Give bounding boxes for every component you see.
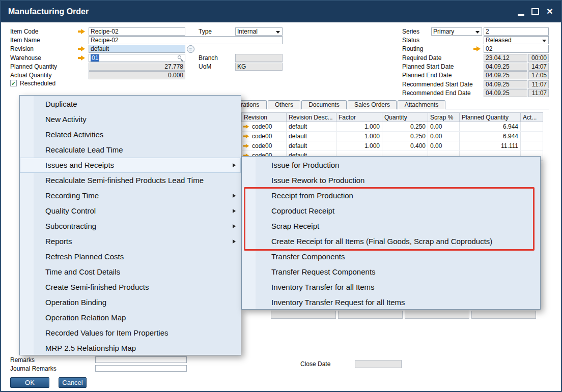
menu-item-recording-time[interactable]: Recording Time [20,188,241,203]
col-header-scrap[interactable]: Scrap % [428,113,460,122]
chevron-down-icon[interactable] [475,31,480,34]
cell-quantity[interactable]: 0.400 [382,141,428,151]
magnifier-icon[interactable] [178,55,183,61]
close-date-field[interactable] [355,360,402,368]
cell-planned-quantity[interactable]: 6.944 [460,132,521,141]
submenu-item-issue-rework-to-production[interactable]: Issue Rework to Production [242,173,540,188]
cell-scrap[interactable]: 0.00 [428,132,460,141]
warehouse-link-arrow-icon[interactable] [78,55,86,61]
cell-factor[interactable]: 1.000 [336,141,382,151]
submenu-item-scrap-receipt[interactable]: Scrap Receipt [242,219,540,234]
minimize-button[interactable] [515,1,527,22]
journal-remarks-field[interactable] [95,365,187,372]
cell-factor[interactable]: 1.000 [336,132,382,141]
required-date-field[interactable]: 23.04.12 [484,54,527,62]
row-link-arrow-icon[interactable] [243,144,249,148]
type-combo[interactable]: Internal [235,27,283,36]
menu-item-refresh-planned-costs[interactable]: Refresh Planned Costs [20,249,241,264]
submenu-item-inventory-transfer-request-for-all-items[interactable]: Inventory Transfer Request for all Items [242,295,540,310]
col-header-quantity[interactable]: Quantity [382,113,428,122]
submenu-item-issue-for-production[interactable]: Issue for Production [242,158,540,173]
recommended-end-time-field[interactable]: 11:07 [528,89,549,97]
cell-act[interactable] [521,122,543,132]
menu-item-recalculate-semi-finished-lead-time[interactable]: Recalculate Semi-finished Products Lead … [20,173,241,188]
cell-act[interactable] [521,132,543,141]
menu-item-related-activities[interactable]: Related Activities [20,127,241,142]
maximize-button[interactable] [529,1,542,22]
row-link-arrow-icon[interactable] [243,125,249,129]
submenu-item-coproduct-receipt[interactable]: Coproduct Receipt [242,203,540,219]
item-code-link-arrow-icon[interactable] [78,29,86,34]
menu-item-new-activity[interactable]: New Activity [20,112,241,127]
cell-scrap[interactable]: 0.00 [428,122,460,132]
col-header-planned-quantity[interactable]: Planned Quantity [460,113,521,122]
col-header-factor[interactable]: Factor [336,113,382,122]
revision-field[interactable]: default [89,45,185,53]
cell-revision-desc[interactable]: default [287,141,336,151]
col-header-revision-desc[interactable]: Revision Desc... [287,113,336,122]
cell-planned-quantity[interactable]: 11.111 [460,141,521,151]
chevron-down-icon[interactable] [542,40,546,42]
remarks-field[interactable] [95,356,187,363]
submenu-item-transfer-components[interactable]: Transfer Components [242,249,540,264]
menu-item-issues-and-receipts[interactable]: Issues and Receipts [20,158,241,173]
menu-item-time-and-cost-details[interactable]: Time and Cost Details [20,264,241,280]
actual-quantity-field[interactable]: 0.000 [89,71,185,79]
cell-quantity[interactable]: 0.250 [382,132,428,141]
cell-revision-desc[interactable]: default [287,122,336,132]
cell-act[interactable] [521,141,543,151]
planned-end-date-field[interactable]: 04.09.25 [484,71,527,79]
menu-item-mrp25-relationship-map[interactable]: MRP 2.5 Relationship Map [20,341,241,356]
routing-field[interactable]: 02 [484,45,549,53]
status-combo[interactable]: Released [484,36,549,44]
submenu-item-create-receipt-for-all-items[interactable]: Create Receipt for all Items (Final Good… [242,234,540,249]
menu-item-recorded-values-item-properties[interactable]: Recorded Values for Item Properties [20,325,241,341]
planned-start-date-field[interactable]: 04.09.25 [484,63,527,71]
cell-factor[interactable]: 1.000 [336,122,382,132]
menu-item-create-semi-finished-products[interactable]: Create Semi-finished Products [20,280,241,295]
warehouse-field[interactable]: 01 [89,54,185,62]
planned-end-time-field[interactable]: 17:05 [528,71,549,79]
cancel-button[interactable]: Cancel [59,377,87,388]
series-number-field[interactable]: 2 [484,27,549,36]
branch-field[interactable] [235,54,283,62]
row-link-arrow-icon[interactable] [243,134,249,138]
planned-start-time-field[interactable]: 14:07 [528,63,549,71]
menu-item-duplicate[interactable]: Duplicate [20,97,241,112]
recommended-start-date-field[interactable]: 04.09.25 [484,80,527,88]
submenu-item-transfer-request-components[interactable]: Transfer Request Components [242,264,540,280]
cell-scrap[interactable]: 0.00 [428,141,460,151]
tab-attachments[interactable]: Attachments [398,100,445,109]
item-name-field[interactable]: Recipe-02 [89,36,283,44]
routing-link-arrow-icon[interactable] [473,46,481,51]
required-time-field[interactable]: 00:00 [528,54,549,62]
tab-others[interactable]: Others [268,100,300,109]
choose-from-list-icon[interactable]: ≡ [187,45,194,53]
revision-link-arrow-icon[interactable] [78,46,86,51]
recommended-start-time-field[interactable]: 11:07 [528,80,549,88]
menu-item-subcontracting[interactable]: Subcontracting [20,219,241,234]
close-button[interactable]: × [544,1,556,22]
item-code-field[interactable]: Recipe-02 [89,27,185,36]
cell-planned-quantity[interactable]: 6.944 [460,122,521,132]
cell-quantity[interactable]: 0.250 [382,122,428,132]
tab-documents[interactable]: Documents [301,100,347,109]
menu-item-reports[interactable]: Reports [20,234,241,249]
recommended-end-date-field[interactable]: 04.09.25 [484,89,527,97]
col-header-act[interactable]: Act... [521,113,543,122]
planned-quantity-field[interactable]: 27.778 [89,63,185,71]
series-combo[interactable]: Primary [431,27,482,36]
submenu-item-inventory-transfer-for-all-items[interactable]: Inventory Transfer for all Items [242,280,540,295]
menu-item-quality-control[interactable]: Quality Control [20,203,241,219]
menu-item-operation-binding[interactable]: Operation Binding [20,295,241,310]
chevron-down-icon[interactable] [276,31,280,34]
tab-sales-orders[interactable]: Sales Orders [348,100,397,109]
rescheduled-checkbox[interactable]: ✓ [10,80,17,86]
uom-field[interactable]: KG [235,63,283,71]
cell-revision-desc[interactable]: default [287,132,336,141]
menu-item-recalculate-lead-time[interactable]: Recalculate Lead Time [20,142,241,158]
col-header-revision[interactable]: Revision [242,113,287,122]
ok-button[interactable]: OK [10,377,49,388]
submenu-item-receipt-from-production[interactable]: Receipt from Production [242,188,540,203]
menu-item-operation-relation-map[interactable]: Operation Relation Map [20,310,241,325]
